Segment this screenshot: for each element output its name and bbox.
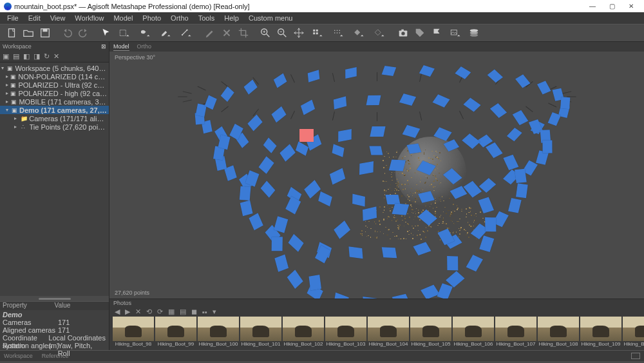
- ph-menu-icon[interactable]: ▾: [213, 308, 216, 316]
- photo-thumb[interactable]: Hiking_Boot_103: [325, 317, 366, 350]
- workspace-close-icon[interactable]: ⊠: [101, 43, 106, 50]
- camera-icon[interactable]: [466, 255, 483, 271]
- menu-photo[interactable]: Photo: [138, 13, 166, 23]
- arrow-tool[interactable]: [98, 26, 113, 40]
- camera-icon[interactable]: [516, 183, 527, 198]
- camera-icon[interactable]: [338, 129, 352, 142]
- camera-icon[interactable]: [515, 169, 527, 183]
- crop-tool[interactable]: [236, 26, 251, 40]
- camera-icon[interactable]: [258, 156, 274, 173]
- camera-icon[interactable]: [330, 168, 345, 184]
- tree-child[interactable]: ▸∴Tie Points (27,620 points): [0, 123, 109, 131]
- ph-large-icon[interactable]: ◼: [191, 308, 197, 316]
- save-button[interactable]: [37, 26, 53, 40]
- camera-icon[interactable]: [432, 94, 450, 108]
- status-resize-icon[interactable]: [631, 353, 640, 359]
- ph-grid-icon[interactable]: ▦: [168, 308, 175, 316]
- camera-icon[interactable]: [274, 74, 287, 88]
- photo-thumb[interactable]: Hiking_Boot_98: [113, 317, 154, 350]
- camera-icon[interactable]: [462, 133, 480, 149]
- camera-icon[interactable]: [370, 126, 386, 137]
- ws-toggle-icon[interactable]: ◧: [23, 52, 30, 61]
- camera-icon[interactable]: [309, 275, 321, 290]
- camera-icon[interactable]: [288, 234, 303, 252]
- camera-icon[interactable]: [247, 114, 262, 131]
- camera-icon[interactable]: [272, 106, 287, 123]
- camera-icon[interactable]: [370, 146, 383, 155]
- camera-icon[interactable]: [334, 293, 348, 299]
- camera-icon[interactable]: [332, 144, 345, 157]
- paint-tool[interactable]: [156, 26, 175, 40]
- photo-thumb[interactable]: Hiking_Boot_107: [495, 317, 536, 350]
- camera-icon[interactable]: [463, 97, 480, 112]
- camera-icon[interactable]: [548, 113, 561, 126]
- camera-icon[interactable]: [333, 96, 346, 110]
- camera-tool[interactable]: [395, 26, 411, 40]
- camera-icon[interactable]: [274, 216, 288, 233]
- rect-select-tool[interactable]: [115, 26, 134, 40]
- camera-icon[interactable]: [504, 155, 519, 170]
- minimize-button[interactable]: —: [583, 3, 601, 10]
- camera-icon[interactable]: [515, 74, 530, 88]
- camera-icon[interactable]: [218, 135, 231, 150]
- camera-icon[interactable]: [263, 137, 277, 153]
- tree-chunk[interactable]: ▸▣MOBILE (171 cameras, 39,280 points) [T…: [0, 97, 109, 106]
- camera-icon[interactable]: [537, 81, 551, 94]
- ws-add-icon[interactable]: ▣: [3, 52, 9, 61]
- camera-icon[interactable]: [348, 247, 363, 259]
- tab-ortho[interactable]: Ortho: [137, 43, 152, 51]
- camera-icon[interactable]: [402, 124, 421, 137]
- camera-icon[interactable]: [560, 97, 570, 109]
- camera-icon[interactable]: [421, 285, 439, 299]
- workspace-tree[interactable]: ▾▣ Workspace (5 chunks, 640 cameras) ▸▣N…: [0, 63, 109, 296]
- camera-icon[interactable]: [260, 181, 275, 198]
- camera-icon[interactable]: [301, 100, 315, 115]
- menu-file[interactable]: File: [3, 13, 23, 23]
- grid-tool[interactable]: [308, 26, 327, 40]
- photo-thumb[interactable]: Hiking_Boot_109: [580, 317, 621, 350]
- maximize-button[interactable]: ▢: [603, 3, 621, 10]
- camera-icon[interactable]: [486, 217, 497, 231]
- brush-tool[interactable]: [202, 26, 218, 40]
- new-file-button[interactable]: [4, 26, 19, 40]
- camera-icon[interactable]: [513, 110, 529, 125]
- ruler-tool[interactable]: [176, 26, 196, 40]
- menu-view[interactable]: View: [46, 13, 70, 23]
- photo-thumb[interactable]: Hiking_Boot_102: [283, 317, 324, 350]
- camera-icon[interactable]: [318, 191, 332, 207]
- camera-icon[interactable]: [304, 180, 321, 199]
- layers-tool[interactable]: [466, 26, 482, 40]
- camera-icon[interactable]: [363, 297, 378, 299]
- camera-icon[interactable]: [271, 237, 282, 251]
- menu-workflow[interactable]: Workflow: [70, 13, 108, 23]
- camera-icon[interactable]: [240, 200, 253, 216]
- menu-custom-menu[interactable]: Custom menu: [244, 13, 297, 23]
- camera-icon[interactable]: [366, 95, 381, 104]
- photo-thumb[interactable]: Hiking_Boot_105: [410, 317, 451, 350]
- camera-icon[interactable]: [509, 198, 522, 213]
- photo-thumb[interactable]: Hiking_Boot_108: [538, 317, 579, 350]
- camera-icon[interactable]: [308, 70, 320, 82]
- camera-icon[interactable]: [507, 128, 522, 141]
- undo-button[interactable]: [59, 26, 75, 40]
- photo-thumb[interactable]: Hiking_Boot_110: [623, 317, 644, 350]
- redo-button[interactable]: [76, 26, 91, 40]
- ws-toggle2-icon[interactable]: ◨: [33, 52, 40, 61]
- camera-icon[interactable]: [455, 66, 471, 79]
- camera-icon[interactable]: [221, 86, 234, 102]
- camera-icon[interactable]: [437, 284, 453, 299]
- image-tool[interactable]: [446, 26, 465, 40]
- camera-icon[interactable]: [204, 95, 216, 109]
- menu-model[interactable]: Model: [109, 13, 137, 23]
- menu-ortho[interactable]: Ortho: [166, 13, 193, 23]
- camera-icon[interactable]: [345, 67, 357, 79]
- camera-icon[interactable]: [275, 254, 289, 271]
- tree-root[interactable]: ▾▣ Workspace (5 chunks, 640 cameras): [0, 64, 109, 72]
- camera-icon[interactable]: [399, 93, 416, 106]
- photo-thumb[interactable]: Hiking_Boot_106: [453, 317, 494, 350]
- move-tool[interactable]: [291, 26, 307, 40]
- ph-list-icon[interactable]: ▤: [180, 308, 186, 316]
- photo-thumb[interactable]: Hiking_Boot_101: [240, 317, 281, 350]
- diamond-tool[interactable]: [349, 26, 368, 40]
- camera-icon[interactable]: [490, 103, 507, 118]
